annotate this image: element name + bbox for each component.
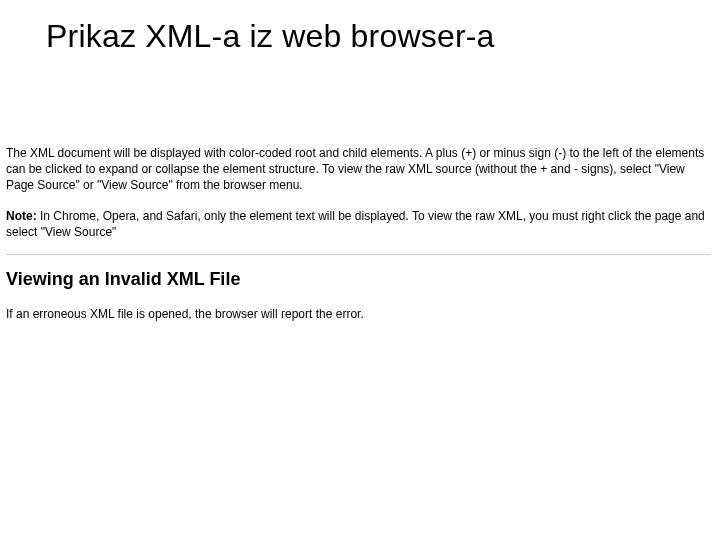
section-heading-invalid: Viewing an Invalid XML File (6, 269, 710, 290)
note-text: In Chrome, Opera, and Safari, only the e… (6, 209, 705, 239)
paragraph-error: If an erroneous XML file is opened, the … (6, 306, 710, 322)
slide-container: Prikaz XML-a iz web browser-a The XML do… (0, 0, 720, 540)
page-title: Prikaz XML-a iz web browser-a (0, 0, 720, 55)
content-area: The XML document will be displayed with … (0, 55, 720, 322)
section-divider (6, 254, 710, 255)
paragraph-note: Note: In Chrome, Opera, and Safari, only… (6, 208, 710, 240)
note-label: Note: (6, 209, 37, 223)
paragraph-xml-display: The XML document will be displayed with … (6, 145, 710, 194)
